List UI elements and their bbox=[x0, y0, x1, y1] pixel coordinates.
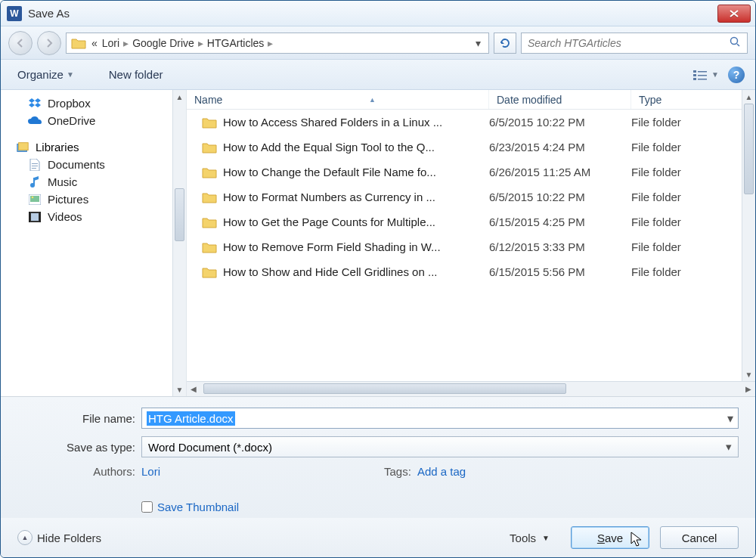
column-header-date[interactable]: Date modified bbox=[489, 90, 631, 109]
help-button[interactable]: ? bbox=[728, 67, 745, 83]
close-button[interactable] bbox=[717, 5, 751, 23]
table-row[interactable]: How to Show and Hide Cell Gridlines on .… bbox=[187, 259, 755, 284]
svg-rect-1 bbox=[693, 70, 696, 73]
svg-point-12 bbox=[30, 183, 35, 188]
organize-menu[interactable]: Organize ▼ bbox=[11, 65, 80, 84]
scroll-left-icon[interactable]: ◀ bbox=[187, 385, 200, 393]
search-icon[interactable] bbox=[729, 36, 741, 50]
breadcrumb-seg-htg[interactable]: HTGArticles bbox=[205, 37, 266, 49]
file-type: File folder bbox=[631, 191, 755, 203]
folder-icon bbox=[202, 266, 217, 278]
folder-icon bbox=[202, 216, 217, 228]
chevron-down-icon[interactable]: ▾ bbox=[726, 440, 732, 454]
breadcrumb-seg-lori[interactable]: Lori bbox=[100, 37, 122, 49]
folder-icon bbox=[202, 166, 217, 178]
svg-rect-19 bbox=[39, 212, 41, 222]
authors-value[interactable]: Lori bbox=[141, 465, 160, 478]
filename-value[interactable]: HTG Article.docx bbox=[147, 411, 235, 426]
file-type: File folder bbox=[631, 141, 755, 153]
save-thumbnail-checkbox[interactable] bbox=[141, 501, 153, 513]
chevron-down-icon: ▼ bbox=[542, 534, 550, 542]
sidebar-item-videos[interactable]: Videos bbox=[1, 208, 186, 225]
refresh-icon bbox=[499, 37, 511, 49]
view-icon bbox=[693, 70, 707, 80]
file-type: File folder bbox=[631, 166, 755, 178]
back-button[interactable] bbox=[8, 31, 33, 55]
scroll-up-icon[interactable]: ▲ bbox=[173, 90, 186, 104]
table-row[interactable]: How to Remove Form Field Shading in W...… bbox=[187, 234, 755, 259]
sidebar-item-dropbox[interactable]: Dropbox bbox=[1, 95, 186, 112]
scrollbar-thumb[interactable] bbox=[203, 383, 566, 394]
filename-input[interactable]: HTG Article.docx ▾ bbox=[141, 408, 739, 429]
arrow-right-icon bbox=[44, 38, 54, 48]
search-box[interactable] bbox=[521, 33, 748, 54]
new-folder-button[interactable]: New folder bbox=[103, 65, 169, 84]
forward-button[interactable] bbox=[37, 31, 61, 55]
sidebar-item-pictures[interactable]: Pictures bbox=[1, 191, 186, 208]
cursor-icon bbox=[631, 532, 644, 548]
scroll-down-icon[interactable]: ▼ bbox=[742, 367, 755, 381]
filename-label: File name: bbox=[17, 412, 135, 425]
save-thumbnail-label[interactable]: Save Thumbnail bbox=[157, 501, 239, 513]
document-icon bbox=[28, 159, 42, 171]
breadcrumb-dropdown[interactable]: ▾ bbox=[471, 37, 485, 49]
filelist-v-scrollbar[interactable]: ▲ ▼ bbox=[742, 90, 755, 381]
scroll-down-icon[interactable]: ▼ bbox=[173, 383, 186, 396]
table-row[interactable]: How to Access Shared Folders in a Linux … bbox=[187, 110, 755, 135]
scrollbar-thumb[interactable] bbox=[175, 188, 184, 241]
savetype-select[interactable]: Word Document (*.docx) ▾ bbox=[141, 436, 739, 457]
column-header-type[interactable]: Type bbox=[631, 90, 755, 109]
svg-rect-14 bbox=[30, 196, 39, 202]
tools-menu[interactable]: Tools ▼ bbox=[510, 532, 550, 544]
file-date: 6/23/2015 4:24 PM bbox=[489, 141, 631, 153]
chevron-down-icon[interactable]: ▾ bbox=[727, 411, 733, 426]
sidebar-scrollbar[interactable]: ▲ ▼ bbox=[172, 90, 186, 396]
scroll-right-icon[interactable]: ▶ bbox=[742, 385, 755, 393]
dropbox-icon bbox=[28, 98, 42, 110]
libraries-icon bbox=[16, 141, 29, 153]
file-date: 6/5/2015 10:22 PM bbox=[489, 116, 631, 129]
file-type: File folder bbox=[631, 265, 755, 278]
table-row[interactable]: How to Get the Page Counts for Multiple.… bbox=[187, 209, 755, 234]
folder-icon bbox=[202, 116, 217, 129]
view-options-button[interactable]: ▼ bbox=[693, 70, 719, 80]
svg-rect-2 bbox=[698, 71, 707, 73]
sidebar-group-libraries[interactable]: Libraries bbox=[1, 138, 186, 156]
onedrive-icon bbox=[28, 115, 42, 127]
breadcrumb-seg-gdrive[interactable]: Google Drive bbox=[130, 37, 197, 49]
svg-point-15 bbox=[32, 196, 34, 198]
file-rows: How to Access Shared Folders in a Linux … bbox=[187, 110, 755, 381]
videos-icon bbox=[28, 211, 42, 223]
cancel-button[interactable]: Cancel bbox=[660, 526, 739, 549]
sidebar-item-label: Music bbox=[48, 175, 77, 188]
breadcrumb-chevrons[interactable]: « bbox=[89, 37, 100, 49]
hide-folders-label: Hide Folders bbox=[37, 532, 101, 544]
save-button[interactable]: Save bbox=[571, 526, 649, 549]
table-row[interactable]: How to Change the Default File Name fo..… bbox=[187, 160, 755, 184]
table-row[interactable]: How to Format Numbers as Currency in ...… bbox=[187, 184, 755, 209]
save-button-label: S bbox=[597, 532, 605, 544]
filelist-h-scrollbar[interactable]: ◀ ▶ bbox=[187, 381, 755, 396]
scroll-up-icon[interactable]: ▲ bbox=[742, 90, 755, 104]
svg-rect-5 bbox=[693, 78, 696, 80]
sidebar-item-documents[interactable]: Documents bbox=[1, 156, 186, 173]
column-header-name[interactable]: Name ▲ bbox=[187, 90, 489, 109]
window-title: Save As bbox=[28, 7, 717, 20]
svg-rect-10 bbox=[32, 166, 38, 166]
table-row[interactable]: How to Add the Equal Sign Tool to the Q.… bbox=[187, 135, 755, 160]
scrollbar-thumb[interactable] bbox=[744, 104, 754, 194]
hide-folders-button[interactable]: ▲ Hide Folders bbox=[17, 530, 101, 545]
breadcrumb[interactable]: « Lori ▸ Google Drive ▸ HTGArticles ▸ ▾ bbox=[66, 33, 489, 54]
search-input[interactable] bbox=[528, 37, 729, 49]
file-name: How to Format Numbers as Currency in ... bbox=[223, 191, 435, 203]
titlebar: W Save As bbox=[1, 1, 755, 26]
file-date: 6/15/2015 5:56 PM bbox=[489, 265, 631, 278]
tags-value[interactable]: Add a tag bbox=[417, 465, 466, 478]
sidebar-group-label: Libraries bbox=[36, 141, 79, 153]
sidebar-item-onedrive[interactable]: OneDrive bbox=[1, 112, 186, 129]
svg-rect-18 bbox=[29, 212, 30, 222]
svg-rect-11 bbox=[32, 168, 36, 169]
sidebar-item-music[interactable]: Music bbox=[1, 173, 186, 191]
refresh-button[interactable] bbox=[494, 33, 516, 54]
sidebar-item-label: OneDrive bbox=[48, 114, 95, 127]
